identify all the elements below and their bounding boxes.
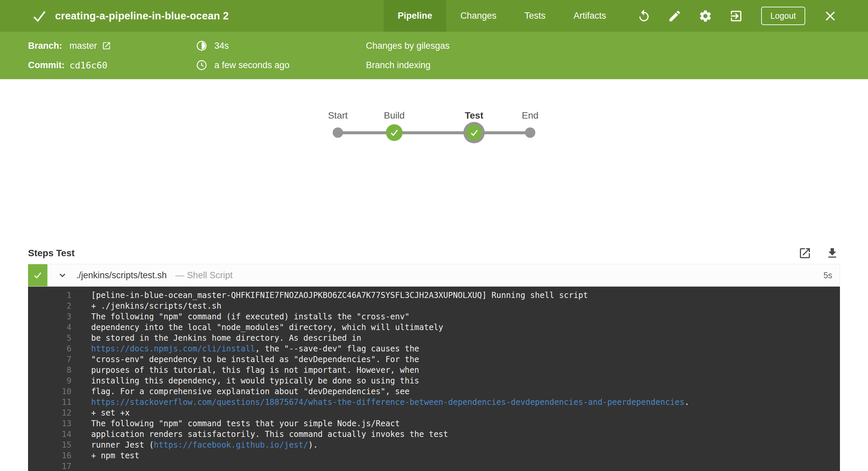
console-line-number: 2	[28, 301, 71, 311]
settings-icon[interactable]	[698, 8, 713, 24]
console-line-text: [peline-in-blue-ocean_master-QHFKIFNIE7F…	[91, 290, 588, 301]
graph-node-label-end: End	[522, 110, 538, 121]
console-line-text: "cross-env" dependency to be installed a…	[91, 354, 419, 365]
exit-icon[interactable]	[728, 8, 744, 24]
console-line: 17	[28, 461, 840, 471]
console-line: 5be stored in the Jenkins home directory…	[28, 333, 840, 344]
commit-label: Commit:	[28, 60, 69, 70]
console-line: 3The following "npm" command (if execute…	[28, 311, 840, 322]
commit-row: Commit: cd16c60	[28, 59, 111, 71]
header-actions: Logout	[620, 0, 868, 32]
logout-button[interactable]: Logout	[761, 7, 805, 25]
external-link-icon	[102, 41, 111, 51]
console-line-text: dependency into the local "node_modules"…	[91, 322, 443, 333]
causes-column: Changes by gilesgas Branch indexing	[366, 32, 450, 79]
graph-node-label-test: Test	[465, 110, 484, 121]
console-link[interactable]: https://stackoverflow.com/questions/1887…	[91, 398, 684, 407]
run-success-check-icon	[32, 8, 47, 24]
branch-label: Branch:	[28, 41, 69, 51]
clock-icon	[196, 60, 207, 70]
graph-node-start	[333, 127, 343, 138]
close-icon[interactable]	[823, 8, 838, 24]
page-title: creating-a-pipeline-in-blue-ocean 2	[55, 10, 229, 22]
console-line-text: + set +x	[91, 408, 130, 418]
finished-value: a few seconds ago	[214, 60, 289, 70]
open-log-icon[interactable]	[797, 245, 813, 261]
header-left: creating-a-pipeline-in-blue-ocean 2	[0, 0, 229, 32]
cause-row: Branch indexing	[366, 59, 450, 71]
console-line-number: 6	[28, 344, 71, 354]
tab-tests[interactable]: Tests	[510, 0, 560, 32]
console-line-number: 17	[28, 461, 71, 471]
console-line-number: 9	[28, 376, 71, 386]
tab-pipeline[interactable]: Pipeline	[383, 0, 446, 32]
console-line: 11https://stackoverflow.com/questions/18…	[28, 397, 840, 408]
console-line: 14application renders satisfactorily. Th…	[28, 429, 840, 440]
console-link[interactable]: https://docs.npmjs.com/cli/install	[91, 344, 255, 353]
header-bar: creating-a-pipeline-in-blue-ocean 2 Pipe…	[0, 0, 868, 32]
console-line-number: 16	[28, 450, 71, 461]
commit-value: cd16c60	[69, 60, 107, 70]
step-name: ./jenkins/scripts/test.sh	[76, 270, 167, 281]
console-line: 10flag. For a comprehensive explanation …	[28, 386, 840, 397]
check-icon	[33, 271, 42, 280]
console-line-text: be stored in the Jenkins home directory.…	[91, 333, 361, 344]
console-line: 13The following "npm" command tests that…	[28, 418, 840, 429]
console-line: 6https://docs.npmjs.com/cli/install, the…	[28, 344, 840, 354]
duration-icon	[196, 40, 207, 51]
graph-node-end	[525, 127, 535, 138]
tab-bar: PipelineChangesTestsArtifacts	[383, 0, 620, 32]
time-column: 34s a few seconds ago	[196, 32, 289, 79]
rerun-icon[interactable]	[636, 8, 652, 24]
branch-value: master	[69, 41, 97, 51]
steps-header: Steps Test	[28, 245, 840, 261]
console-line: 4dependency into the local "node_modules…	[28, 322, 840, 333]
scm-column: Branch: master Commit: cd16c60	[28, 32, 111, 79]
graph-node-test[interactable]	[463, 122, 485, 143]
steps-heading: Steps Test	[28, 248, 75, 259]
console-line-number: 12	[28, 408, 71, 418]
console-line-number: 3	[28, 311, 71, 322]
console-line-number: 15	[28, 440, 71, 450]
branch-link[interactable]: master	[69, 41, 111, 51]
console-line-number: 8	[28, 365, 71, 376]
console-line: 15runner Jest (https://facebook.github.i…	[28, 440, 840, 450]
console-line-text: installing this dependency, it would typ…	[91, 376, 419, 386]
steps-actions	[797, 245, 840, 261]
console-line-number: 4	[28, 322, 71, 333]
console-line-number: 10	[28, 386, 71, 397]
changes-row: Changes by gilesgas	[366, 40, 450, 52]
chevron-down-icon[interactable]	[57, 270, 67, 280]
step-success-badge	[28, 264, 48, 286]
console-line-number: 13	[28, 418, 71, 429]
console-line: 1[peline-in-blue-ocean_master-QHFKIFNIE7…	[28, 290, 840, 301]
console-line-number: 11	[28, 397, 71, 408]
graph-node-build[interactable]	[386, 124, 403, 141]
console-line-text: The following "npm" command tests that y…	[91, 418, 400, 429]
duration-value: 34s	[214, 41, 229, 51]
console-line: 9installing this dependency, it would ty…	[28, 376, 840, 386]
step-kind: — Shell Script	[176, 270, 233, 281]
console-line-number: 1	[28, 290, 71, 301]
console-line-number: 7	[28, 354, 71, 365]
console-link[interactable]: https://facebook.github.io/jest/	[154, 440, 308, 450]
edit-icon[interactable]	[667, 8, 682, 24]
console-line: 16+ npm test	[28, 450, 840, 461]
pipeline-graph: StartBuildTestEnd	[0, 97, 868, 157]
console-line: 2+ ./jenkins/scripts/test.sh	[28, 301, 840, 311]
download-log-icon[interactable]	[825, 245, 840, 261]
console-line: 7"cross-env" dependency to be installed …	[28, 354, 840, 365]
console-line-text: purposes of this tutorial, this flag is …	[91, 365, 419, 376]
branch-row: Branch: master	[28, 40, 111, 52]
step-duration: 5s	[824, 271, 832, 280]
console-log[interactable]: 1[peline-in-blue-ocean_master-QHFKIFNIE7…	[28, 287, 840, 471]
finished-row: a few seconds ago	[196, 59, 289, 71]
tab-artifacts[interactable]: Artifacts	[560, 0, 620, 32]
console-line: 12+ set +x	[28, 408, 840, 418]
graph-node-label-start: Start	[328, 110, 347, 121]
console-line-text: + npm test	[91, 450, 140, 461]
step-row[interactable]: ./jenkins/scripts/test.sh — Shell Script…	[28, 264, 840, 287]
console-line-text: https://docs.npmjs.com/cli/install, the …	[91, 344, 419, 354]
tab-changes[interactable]: Changes	[446, 0, 510, 32]
graph-node-label-build: Build	[384, 110, 405, 121]
